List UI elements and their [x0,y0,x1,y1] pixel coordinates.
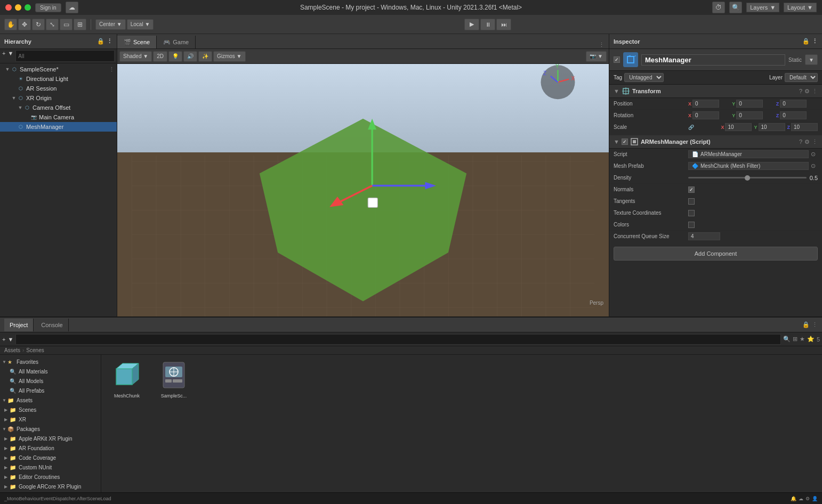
gizmos-button[interactable]: Gizmos ▼ [213,51,246,62]
camera-button[interactable]: 📷 ▼ [586,51,607,62]
custom-nunit-item[interactable]: ▶ 📁 Custom NUnit [0,462,101,472]
mesh-prefab-pick-icon[interactable]: ⊙ [809,162,818,169]
apple-arkit-item[interactable]: ▶ 📁 Apple ARKit XR Plugin [0,434,101,443]
hierarchy-menu-icon[interactable]: ⋮ [107,38,112,45]
light-button[interactable]: 💡 [168,51,182,62]
transform-settings-icon[interactable]: ⚙ [804,88,810,95]
add-arrow-icon[interactable]: ▼ [7,336,13,343]
collab-icon[interactable]: ☁ [799,496,803,501]
shading-button[interactable]: Shaded ▼ [119,51,152,62]
step-button[interactable]: ⏭ [496,19,511,30]
hierarchy-filter-icon[interactable]: ▼ [7,50,13,62]
hierarchy-add-icon[interactable]: + [2,50,5,62]
object-name-input[interactable] [641,54,785,66]
hand-tool-button[interactable]: ✋ [4,19,17,30]
object-active-checkbox[interactable] [614,56,620,63]
layer-dropdown[interactable]: Default [785,73,818,82]
scale-y-input[interactable] [759,123,785,131]
xr-folder[interactable]: ▶ 📁 XR [0,414,101,424]
project-icons-btn[interactable]: ⊞ [793,336,797,343]
scene-tab[interactable]: 🎬 Scene [117,36,157,48]
pos-z-input[interactable] [780,100,807,108]
layers-dropdown[interactable]: Layers ▼ [746,3,779,12]
asset-item-sample-scene[interactable]: SampleSc... [152,359,195,399]
scenes-folder[interactable]: ▶ 📁 Scenes [0,405,101,414]
rot-z-input[interactable] [780,111,807,119]
close-button[interactable] [5,4,12,11]
add-asset-icon[interactable]: + [2,336,5,343]
static-dropdown[interactable]: ▼ [805,54,818,65]
maximize-button[interactable] [25,4,31,11]
ar-mesh-manager-header[interactable]: ▼ ARMeshManager (Script) ? ⚙ ⋮ [609,135,822,149]
viewport-more-icon[interactable]: ⋮ [594,42,609,48]
ar-help-icon[interactable]: ? [799,139,802,145]
local-button[interactable]: Local ▼ [127,19,154,30]
account-icon[interactable]: 👤 [812,496,818,501]
hierarchy-menu-scene-icon[interactable]: ⋮ [109,66,115,73]
project-menu-icon[interactable]: ⋮ [812,321,818,328]
layout-dropdown[interactable]: Layout ▼ [784,3,817,12]
google-arcore-item[interactable]: ▶ 📁 Google ARCore XR Plugin [0,482,101,491]
scale-tool-button[interactable]: ⤡ [46,19,59,30]
hierarchy-item-directional-light[interactable]: ☀ Directional Light [0,74,117,84]
move-tool-button[interactable]: ✥ [18,19,31,30]
ar-more-icon[interactable]: ⋮ [812,139,818,145]
all-prefabs-item[interactable]: 🔍 All Prefabs [0,386,101,395]
script-field[interactable]: 📄 ARMeshManager [688,150,809,158]
tangents-checkbox[interactable] [688,198,695,205]
ar-settings-icon[interactable]: ⚙ [804,139,810,145]
pos-x-input[interactable] [692,100,719,108]
fx-button[interactable]: ✨ [198,51,212,62]
density-slider[interactable] [688,177,807,178]
search-icon[interactable]: 🔍 [729,2,742,13]
script-pick-icon[interactable]: ⊙ [809,151,818,158]
scale-z-input[interactable] [791,123,818,131]
colors-checkbox[interactable] [688,222,695,228]
hierarchy-item-xr-origin[interactable]: ▼ ⬡ XR Origin [0,93,117,103]
assets-folder[interactable]: ▼ 📁 Assets [0,395,101,405]
transform-more-icon[interactable]: ⋮ [812,88,818,95]
normals-checkbox[interactable] [688,186,695,193]
hierarchy-item-main-camera[interactable]: 📷 Main Camera [0,112,117,122]
notification-icon[interactable]: 🔔 [791,496,796,501]
queue-size-input[interactable] [688,232,720,240]
rot-x-input[interactable] [692,111,719,119]
rect-tool-button[interactable]: ▭ [60,19,72,30]
tex-coords-checkbox[interactable] [688,210,695,216]
hierarchy-item-camera-offset[interactable]: ▼ ⬡ Camera Offset [0,103,117,112]
add-component-button[interactable]: Add Component [614,247,818,261]
transform-tool-button[interactable]: ⊞ [74,19,86,30]
sign-in-button[interactable]: Sign in [35,3,61,12]
audio-button[interactable]: 🔊 [183,51,197,62]
tag-dropdown[interactable]: Untagged [624,73,664,82]
scale-x-input[interactable] [725,123,752,131]
pause-button[interactable]: ⏸ [480,19,495,30]
all-materials-item[interactable]: 🔍 All Materials [0,367,101,376]
cloud-icon[interactable]: ☁ [66,2,78,13]
hierarchy-search-input[interactable] [15,50,115,62]
hierarchy-lock-icon[interactable]: 🔒 [97,38,104,45]
code-coverage-item[interactable]: ▶ 📁 Code Coverage [0,453,101,462]
breadcrumb-assets[interactable]: Assets [4,347,20,353]
pivot-button[interactable]: Center ▼ [95,19,126,30]
editor-coroutines-item[interactable]: ▶ 📁 Editor Coroutines [0,472,101,482]
project-filter-icon[interactable]: ★ [800,336,805,343]
ar-foundation-item[interactable]: ▶ 📁 AR Foundation [0,443,101,453]
minimize-button[interactable] [15,4,21,11]
transform-component-header[interactable]: ▼ Transform ? ⚙ ⋮ [609,85,822,98]
component-active-checkbox[interactable] [622,139,628,145]
console-tab[interactable]: Console [36,319,68,331]
hierarchy-item-mesh-manager[interactable]: ⬡ MeshManager [0,122,117,132]
pos-y-input[interactable] [736,100,763,108]
game-tab[interactable]: 🎮 Game [157,36,196,48]
rot-y-input[interactable] [736,111,763,119]
transform-help-icon[interactable]: ? [799,88,802,94]
viewport-canvas[interactable]: X Y Z Persp [117,64,609,316]
twod-button[interactable]: 2D [153,51,167,62]
inspector-lock-icon[interactable]: 🔒 [802,38,810,45]
mesh-prefab-field[interactable]: 🔷 MeshChunk (Mesh Filter) [688,162,809,170]
history-icon[interactable]: ⏱ [712,2,725,13]
all-models-item[interactable]: 🔍 All Models [0,376,101,386]
project-search-input[interactable] [15,334,781,345]
packages-folder[interactable]: ▼ 📦 Packages [0,424,101,434]
